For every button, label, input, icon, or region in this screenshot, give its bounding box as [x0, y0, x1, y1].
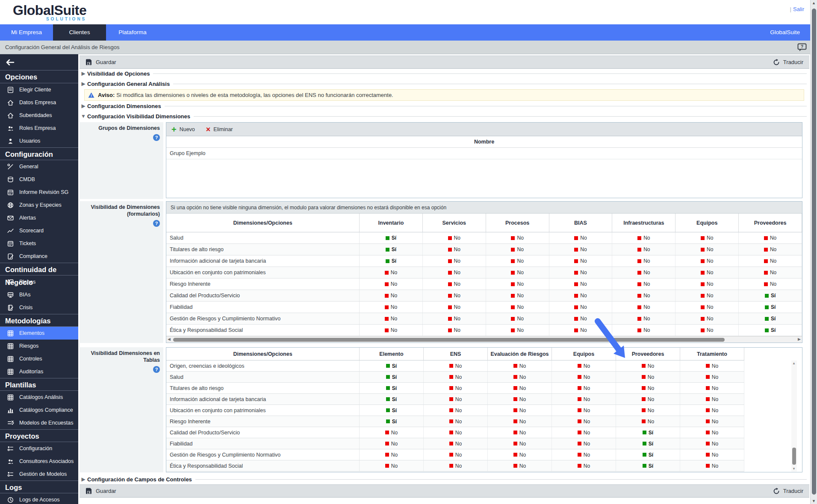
cell-infraestructuras-no[interactable]: No: [612, 313, 675, 324]
cell-proveedores-no[interactable]: No: [616, 383, 680, 393]
cell-equipos-no[interactable]: No: [552, 438, 616, 449]
scroll-up-icon[interactable]: ▲: [792, 361, 796, 365]
section-config-campos[interactable]: ▶ Configuración de Campos de Controles: [80, 474, 809, 484]
cell-inventario-si[interactable]: Sí: [360, 255, 423, 267]
cell-proveedores-si[interactable]: Sí: [739, 313, 802, 324]
nuevo-button[interactable]: + Nuevo: [171, 126, 195, 132]
cell-inventario-si[interactable]: Sí: [360, 244, 423, 255]
cell-inventario-no[interactable]: No: [360, 313, 423, 324]
cell-servicios-no[interactable]: No: [423, 244, 486, 255]
cell-proveedores-si[interactable]: Sí: [739, 290, 802, 301]
sidebar-item-bias[interactable]: BIAs: [0, 288, 78, 301]
cell-bias-no[interactable]: No: [549, 278, 613, 290]
cell-ens-no[interactable]: No: [424, 394, 488, 404]
section-config-dimensiones[interactable]: ▶ Configuración Dimensiones: [80, 101, 809, 111]
cell-tratamiento-no[interactable]: No: [680, 405, 744, 416]
scroll-up-icon[interactable]: ▲: [812, 1, 816, 5]
cell-proveedores-si[interactable]: Sí: [616, 449, 680, 460]
cell-evaluacion-de-riesgos-no[interactable]: No: [488, 383, 552, 393]
cell-servicios-no[interactable]: No: [423, 302, 486, 313]
grupos-row[interactable]: Grupo Ejemplo: [166, 148, 802, 159]
cell-equipos-no[interactable]: No: [675, 255, 739, 267]
cell-proveedores-no[interactable]: No: [739, 244, 802, 255]
cell-elemento-si[interactable]: Sí: [360, 416, 424, 427]
cell-elemento-si[interactable]: Sí: [360, 360, 424, 371]
sidebar-item-alertas[interactable]: Alertas: [0, 211, 78, 224]
scroll-down-icon[interactable]: ▼: [792, 467, 796, 471]
cell-proveedores-no[interactable]: No: [616, 360, 680, 371]
cell-proveedores-no[interactable]: No: [739, 232, 802, 243]
cell-proveedores-no[interactable]: No: [739, 278, 802, 290]
cell-procesos-no[interactable]: No: [486, 267, 549, 278]
sidebar-item-tickets[interactable]: Tickets: [0, 237, 78, 250]
cell-tratamiento-no[interactable]: No: [680, 438, 744, 449]
sidebar-item-zonas-y-especies[interactable]: Zonas y Especies: [0, 199, 78, 211]
page-scrollbar[interactable]: ▲ ▼: [810, 0, 817, 504]
scroll-down-icon[interactable]: ▼: [812, 499, 816, 503]
cell-proveedores-si[interactable]: Sí: [616, 460, 680, 471]
cell-proveedores-si[interactable]: Sí: [616, 438, 680, 449]
save-button-bottom[interactable]: Guardar: [80, 488, 116, 494]
cell-ens-no[interactable]: No: [424, 427, 488, 438]
grupos-help-icon[interactable]: ?: [153, 134, 160, 141]
cell-servicios-no[interactable]: No: [423, 278, 486, 290]
cell-equipos-no[interactable]: No: [675, 302, 739, 313]
scrollbar-thumb[interactable]: [173, 338, 725, 342]
cell-infraestructuras-no[interactable]: No: [612, 232, 675, 243]
cell-elemento-si[interactable]: Sí: [360, 372, 424, 382]
cell-proveedores-no[interactable]: No: [616, 394, 680, 404]
cell-inventario-no[interactable]: No: [360, 278, 423, 290]
cell-equipos-no[interactable]: No: [552, 360, 616, 371]
cell-bias-no[interactable]: No: [549, 302, 613, 313]
sidebar-item-auditorias[interactable]: Auditorías: [0, 365, 78, 378]
cell-proveedores-no[interactable]: No: [739, 267, 802, 278]
cell-evaluacion-de-riesgos-no[interactable]: No: [488, 427, 552, 438]
cell-elemento-si[interactable]: Sí: [360, 383, 424, 393]
sidebar-item-usuarios[interactable]: Usuarios: [0, 135, 78, 147]
cell-equipos-no[interactable]: No: [675, 267, 739, 278]
sidebar-item-compliance[interactable]: Compliance: [0, 250, 78, 263]
cell-procesos-no[interactable]: No: [486, 244, 549, 255]
cell-proveedores-si[interactable]: Sí: [616, 427, 680, 438]
cell-inventario-no[interactable]: No: [360, 325, 423, 336]
cell-equipos-no[interactable]: No: [552, 416, 616, 427]
save-button[interactable]: Guardar: [80, 59, 116, 65]
sidebar-item-modelos-de-encuestas[interactable]: Modelos de Encuestas: [0, 416, 78, 429]
cell-evaluacion-de-riesgos-no[interactable]: No: [488, 360, 552, 371]
translate-button-bottom[interactable]: Traducir: [773, 488, 803, 495]
sidebar-item-gestion-de-modelos[interactable]: Gestión de Modelos: [0, 468, 78, 481]
cell-ens-no[interactable]: No: [424, 383, 488, 393]
scroll-left-icon[interactable]: ◀: [168, 337, 171, 341]
nav-tab-clientes[interactable]: Clientes: [53, 24, 106, 41]
nav-tab-plataforma[interactable]: Plataforma: [106, 24, 159, 41]
cell-servicios-no[interactable]: No: [423, 255, 486, 267]
cell-servicios-no[interactable]: No: [423, 290, 486, 301]
cell-equipos-no[interactable]: No: [552, 449, 616, 460]
cell-infraestructuras-no[interactable]: No: [612, 302, 675, 313]
cell-ens-no[interactable]: No: [424, 405, 488, 416]
cell-procesos-no[interactable]: No: [486, 302, 549, 313]
sidebar-item-roles-empresa[interactable]: Roles Empresa: [0, 122, 78, 135]
sidebar-item-cmdb[interactable]: CMDB: [0, 173, 78, 186]
logout-link[interactable]: |Salir: [790, 6, 804, 12]
cell-servicios-no[interactable]: No: [423, 232, 486, 243]
scroll-right-icon[interactable]: ▶: [798, 337, 801, 341]
cell-equipos-no[interactable]: No: [552, 383, 616, 393]
tables-help-icon[interactable]: ?: [153, 366, 160, 373]
cell-ens-no[interactable]: No: [424, 416, 488, 427]
cell-evaluacion-de-riesgos-no[interactable]: No: [488, 449, 552, 460]
cell-bias-no[interactable]: No: [549, 290, 613, 301]
cell-inventario-no[interactable]: No: [360, 302, 423, 313]
cell-elemento-no[interactable]: No: [360, 449, 424, 460]
cell-tratamiento-no[interactable]: No: [680, 460, 744, 471]
cell-inventario-si[interactable]: Sí: [360, 232, 423, 243]
cell-bias-no[interactable]: No: [549, 244, 613, 255]
cell-bias-no[interactable]: No: [549, 232, 613, 243]
cell-bias-no[interactable]: No: [549, 255, 613, 267]
cell-equipos-no[interactable]: No: [675, 290, 739, 301]
scrollbar-thumb[interactable]: [792, 448, 796, 465]
cell-proveedores-no[interactable]: No: [616, 372, 680, 382]
cell-infraestructuras-no[interactable]: No: [612, 325, 675, 336]
cell-proveedores-no[interactable]: No: [616, 416, 680, 427]
section-config-visibilidad[interactable]: ▼ Configuración Visibilidad Dimensiones: [80, 111, 809, 121]
